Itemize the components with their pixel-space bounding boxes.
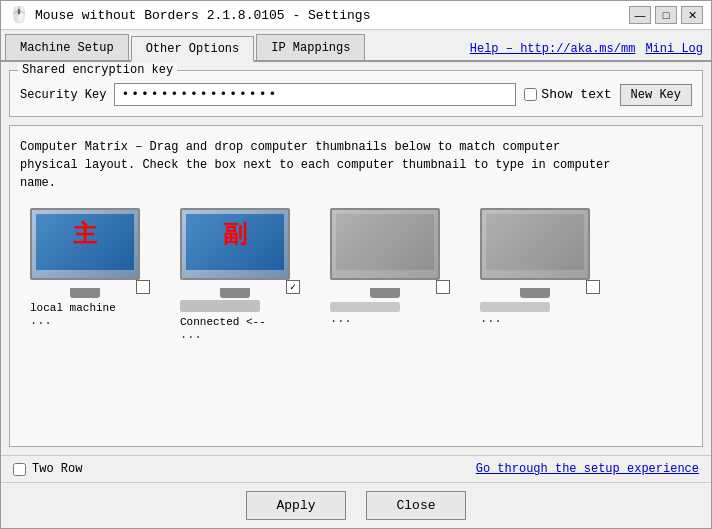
footer-buttons: Apply Close xyxy=(1,482,711,528)
computer-thumb-2[interactable] xyxy=(330,208,448,298)
close-button-footer[interactable]: Close xyxy=(366,491,466,520)
show-text-checkbox[interactable] xyxy=(524,88,537,101)
app-window: 🖱️ Mouse without Borders 2.1.8.0105 - Se… xyxy=(0,0,712,529)
slot-checkbox-2[interactable] xyxy=(436,280,450,294)
main-content: Shared encryption key Security Key Show … xyxy=(1,62,711,455)
slot-checkbox-1[interactable] xyxy=(286,280,300,294)
two-row-row: Two Row xyxy=(13,462,82,476)
monitor-body-1: 副 xyxy=(180,208,290,280)
computer-name-0: local machine xyxy=(30,302,116,314)
matrix-group: Computer Matrix – Drag and drop computer… xyxy=(9,125,703,447)
thumb-row-2 xyxy=(330,208,448,298)
security-group: Shared encryption key Security Key Show … xyxy=(9,70,703,117)
tab-ip-mappings[interactable]: IP Mappings xyxy=(256,34,365,60)
blurred-name-1 xyxy=(180,300,260,312)
title-bar: 🖱️ Mouse without Borders 2.1.8.0105 - Se… xyxy=(1,1,711,30)
computer-slot-0: 主 local machine ... xyxy=(30,208,160,328)
slot-checkbox-0[interactable] xyxy=(136,280,150,294)
computer-slot-3: ... xyxy=(480,208,610,326)
monitor-stand-2 xyxy=(370,288,400,298)
computer-slot-1: 副 Connected <-- ... xyxy=(180,208,310,342)
thumb-row-3 xyxy=(480,208,598,298)
thumb-row-1: 副 xyxy=(180,208,298,298)
mini-log-link[interactable]: Mini Log xyxy=(645,42,703,56)
computer-dots-2: ... xyxy=(330,312,352,326)
two-row-label: Two Row xyxy=(32,462,82,476)
bottom-bar: Two Row Go through the setup experience xyxy=(1,455,711,482)
show-text-row: Show text xyxy=(524,87,611,102)
computer-matrix: 主 local machine ... xyxy=(20,208,692,342)
header-links: Help – http://aka.ms/mm Mini Log xyxy=(470,42,707,60)
computer-thumb-0[interactable]: 主 xyxy=(30,208,148,298)
monitor-stand-3 xyxy=(520,288,550,298)
computer-chinese-label-1: 副 xyxy=(223,218,247,250)
slot-checkbox-3[interactable] xyxy=(586,280,600,294)
show-text-label: Show text xyxy=(541,87,611,102)
thumb-row-0: 主 xyxy=(30,208,148,298)
monitor-body-2 xyxy=(330,208,440,280)
monitor-stand-0 xyxy=(70,288,100,298)
app-icon: 🖱️ xyxy=(9,5,29,25)
monitor-screen-2 xyxy=(336,214,434,270)
setup-experience-link[interactable]: Go through the setup experience xyxy=(476,462,699,476)
tab-bar: Machine Setup Other Options IP Mappings … xyxy=(1,30,711,62)
computer-thumb-1[interactable]: 副 xyxy=(180,208,298,298)
security-key-input[interactable] xyxy=(114,83,516,106)
monitor-body-3 xyxy=(480,208,590,280)
two-row-checkbox[interactable] xyxy=(13,463,26,476)
apply-button[interactable]: Apply xyxy=(246,491,346,520)
computer-name-1: Connected <-- xyxy=(180,316,266,328)
maximize-button[interactable]: □ xyxy=(655,6,677,24)
help-link[interactable]: Help – http://aka.ms/mm xyxy=(470,42,636,56)
window-title: Mouse without Borders 2.1.8.0105 - Setti… xyxy=(35,8,623,23)
window-controls: — □ ✕ xyxy=(629,6,703,24)
tab-machine-setup[interactable]: Machine Setup xyxy=(5,34,129,60)
monitor-stand-1 xyxy=(220,288,250,298)
monitor-body-0: 主 xyxy=(30,208,140,280)
computer-dots-3: ... xyxy=(480,312,502,326)
computer-chinese-label-0: 主 xyxy=(73,218,97,250)
monitor-screen-3 xyxy=(486,214,584,270)
matrix-description: Computer Matrix – Drag and drop computer… xyxy=(20,138,692,192)
tab-other-options[interactable]: Other Options xyxy=(131,36,255,62)
new-key-button[interactable]: New Key xyxy=(620,84,692,106)
computer-dots-0: ... xyxy=(30,314,52,328)
security-row: Security Key Show text New Key xyxy=(20,83,692,106)
close-button[interactable]: ✕ xyxy=(681,6,703,24)
security-group-label: Shared encryption key xyxy=(18,63,177,77)
computer-slot-2: ... xyxy=(330,208,460,326)
computer-thumb-3[interactable] xyxy=(480,208,598,298)
computer-dots-1: ... xyxy=(180,328,202,342)
security-key-label: Security Key xyxy=(20,88,106,102)
minimize-button[interactable]: — xyxy=(629,6,651,24)
